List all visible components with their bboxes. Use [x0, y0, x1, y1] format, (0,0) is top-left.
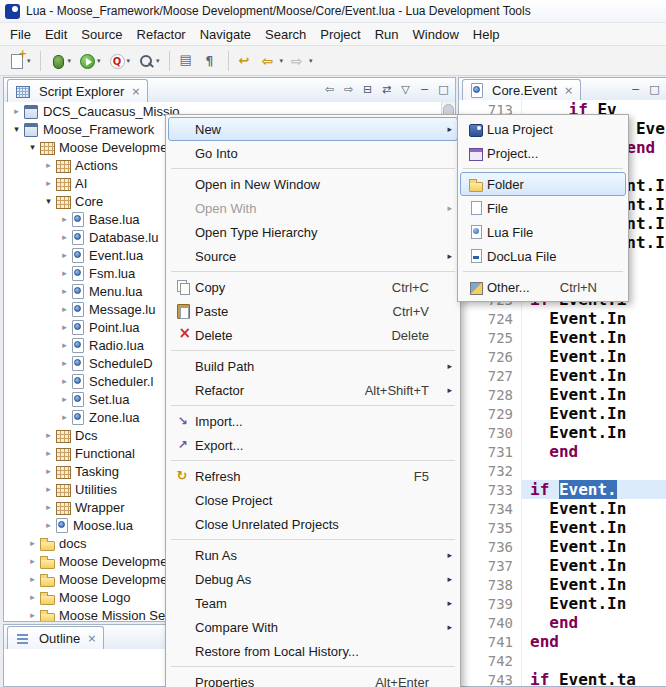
menu-item-lua-file[interactable]: Lua File — [460, 220, 626, 244]
external-tools-button[interactable]: ▾ — [106, 49, 134, 73]
code-line[interactable]: 731 end — [459, 442, 666, 461]
line-number[interactable]: 726 — [459, 349, 521, 365]
menu-run[interactable]: Run — [368, 25, 406, 44]
line-number[interactable]: 736 — [459, 539, 521, 555]
line-number[interactable]: 741 — [459, 634, 521, 650]
code-line[interactable]: 726 Event.In — [459, 347, 666, 366]
tab-script-explorer[interactable]: Script Explorer × — [7, 79, 148, 103]
menu-item-close-project[interactable]: Close Project — [168, 488, 458, 512]
code-line[interactable]: 730 Event.In — [459, 423, 666, 442]
collapsed-arrow-icon[interactable]: ▸ — [42, 502, 55, 512]
collapsed-arrow-icon[interactable]: ▸ — [42, 430, 55, 440]
menu-item-open-type-hierarchy[interactable]: Open Type Hierarchy — [168, 220, 458, 244]
line-number[interactable]: 738 — [459, 577, 521, 593]
menu-item-close-unrelated-projects[interactable]: Close Unrelated Projects — [168, 512, 458, 536]
line-number[interactable]: 729 — [459, 406, 521, 422]
menu-refactor[interactable]: Refactor — [130, 25, 193, 44]
expanded-arrow-icon[interactable]: ▾ — [26, 142, 39, 152]
menu-item-delete[interactable]: DeleteDelete — [168, 323, 458, 347]
line-number[interactable]: 727 — [459, 368, 521, 384]
maximize-icon[interactable]: □ — [647, 81, 662, 98]
menu-item-folder[interactable]: Folder — [460, 172, 626, 196]
menu-item-open-in-new-window[interactable]: Open in New Window — [168, 172, 458, 196]
collapsed-arrow-icon[interactable]: ▸ — [58, 358, 71, 368]
collapse-all-icon[interactable]: ⊟ — [360, 81, 375, 98]
menu-item-new[interactable]: New▸ — [168, 117, 458, 141]
line-number[interactable]: 742 — [459, 653, 521, 669]
menu-item-doclua-file[interactable]: DocLua File — [460, 244, 626, 268]
line-number[interactable]: 739 — [459, 596, 521, 612]
collapsed-arrow-icon[interactable]: ▸ — [26, 610, 39, 620]
search-button[interactable]: ▾ — [135, 49, 163, 73]
collapsed-arrow-icon[interactable]: ▸ — [58, 394, 71, 404]
minimize-icon[interactable]: ─ — [628, 81, 643, 98]
collapsed-arrow-icon[interactable]: ▸ — [58, 376, 71, 386]
line-number[interactable]: 724 — [459, 311, 521, 327]
close-icon[interactable]: × — [131, 85, 140, 98]
line-number[interactable]: 725 — [459, 330, 521, 346]
collapsed-arrow-icon[interactable]: ▸ — [58, 232, 71, 242]
menu-item-open-with[interactable]: Open With▸ — [168, 196, 458, 220]
line-number[interactable]: 743 — [459, 672, 521, 687]
collapsed-arrow-icon[interactable]: ▸ — [26, 574, 39, 584]
code-line[interactable]: 734 Event.In — [459, 499, 666, 518]
collapsed-arrow-icon[interactable]: ▸ — [42, 448, 55, 458]
run-button[interactable]: ▾ — [76, 49, 104, 73]
menu-window[interactable]: Window — [406, 25, 466, 44]
line-number[interactable]: 740 — [459, 615, 521, 631]
menu-item-import[interactable]: Import... — [168, 409, 458, 433]
collapsed-arrow-icon[interactable]: ▸ — [26, 556, 39, 566]
code-line[interactable]: 725 Event.In — [459, 328, 666, 347]
code-line[interactable]: 738 Event.In — [459, 575, 666, 594]
code-line[interactable]: 740 end — [459, 613, 666, 632]
collapsed-arrow-icon[interactable]: ▸ — [58, 214, 71, 224]
link-with-editor-icon[interactable]: ⇄ — [379, 81, 394, 98]
menu-file[interactable]: File — [3, 25, 38, 44]
code-line[interactable]: 728 Event.In — [459, 385, 666, 404]
menu-item-file[interactable]: File — [460, 196, 626, 220]
dropdown-arrow-icon[interactable]: ▾ — [156, 57, 160, 65]
collapsed-arrow-icon[interactable]: ▸ — [58, 340, 71, 350]
menu-item-lua-project[interactable]: Lua Project — [460, 117, 626, 141]
menu-item-other[interactable]: Other...Ctrl+N — [460, 275, 626, 299]
back-button[interactable]: ▾ — [259, 49, 287, 73]
dropdown-arrow-icon[interactable]: ▾ — [97, 57, 101, 65]
forward-icon[interactable]: ⇨ — [341, 81, 356, 98]
line-number[interactable]: 732 — [459, 463, 521, 479]
code-line[interactable]: 727 Event.In — [459, 366, 666, 385]
collapsed-arrow-icon[interactable]: ▸ — [26, 538, 39, 548]
collapsed-arrow-icon[interactable]: ▸ — [26, 592, 39, 602]
collapsed-arrow-icon[interactable]: ▸ — [42, 484, 55, 494]
collapsed-arrow-icon[interactable]: ▸ — [42, 466, 55, 476]
collapsed-arrow-icon[interactable]: ▸ — [58, 268, 71, 278]
new-wizard-button[interactable]: ▾ — [6, 49, 34, 73]
menu-item-team[interactable]: Team▸ — [168, 591, 458, 615]
menu-item-copy[interactable]: CopyCtrl+C — [168, 275, 458, 299]
menu-item-project[interactable]: Project... — [460, 141, 626, 165]
menu-source[interactable]: Source — [74, 25, 129, 44]
menu-project[interactable]: Project — [313, 25, 367, 44]
code-line[interactable]: 737 Event.In — [459, 556, 666, 575]
last-edit-location-button[interactable] — [235, 49, 257, 73]
code-line[interactable]: 739 Event.In — [459, 594, 666, 613]
menu-item-properties[interactable]: PropertiesAlt+Enter — [168, 670, 458, 687]
menu-item-restore-from-local-history[interactable]: Restore from Local History... — [168, 639, 458, 663]
tab-outline[interactable]: Outline × — [7, 626, 104, 650]
menu-navigate[interactable]: Navigate — [193, 25, 258, 44]
code-line[interactable]: 742 — [459, 651, 666, 670]
code-line[interactable]: 735 Event.In — [459, 518, 666, 537]
menu-item-refactor[interactable]: RefactorAlt+Shift+T▸ — [168, 378, 458, 402]
line-number[interactable]: 733 — [459, 482, 521, 498]
code-line[interactable]: 733if Event. — [459, 480, 666, 499]
collapsed-arrow-icon[interactable]: ▸ — [58, 250, 71, 260]
code-line[interactable]: 732 — [459, 461, 666, 480]
collapsed-arrow-icon[interactable]: ▸ — [58, 286, 71, 296]
show-whitespace-button[interactable] — [200, 49, 222, 73]
collapsed-arrow-icon[interactable]: ▸ — [58, 304, 71, 314]
view-menu-icon[interactable]: ▽ — [398, 81, 413, 98]
collapsed-arrow-icon[interactable]: ▸ — [42, 520, 55, 530]
collapsed-arrow-icon[interactable]: ▸ — [42, 178, 55, 188]
menu-search[interactable]: Search — [258, 25, 313, 44]
code-line[interactable]: 729 Event.In — [459, 404, 666, 423]
collapsed-arrow-icon[interactable]: ▸ — [58, 412, 71, 422]
